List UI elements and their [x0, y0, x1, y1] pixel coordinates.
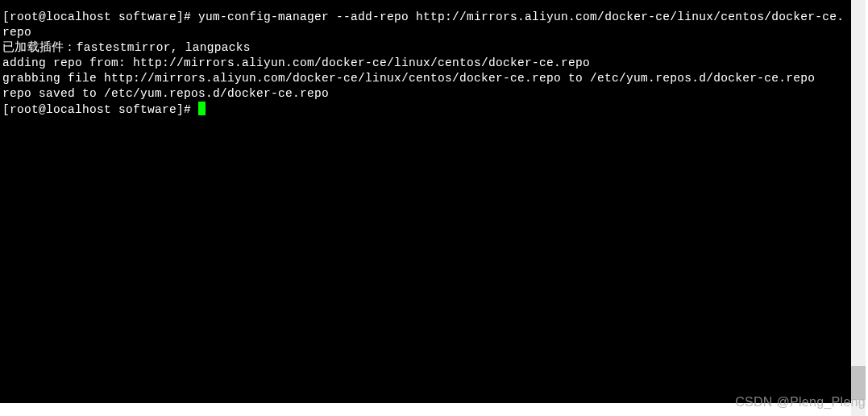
- terminal-line: [root@localhost software]#: [2, 102, 849, 118]
- scrollbar-thumb[interactable]: [851, 366, 866, 400]
- terminal-output-line: 已加载插件：fastestmirror, langpacks: [2, 40, 849, 56]
- terminal-output-line: adding repo from: http://mirrors.aliyun.…: [2, 56, 849, 71]
- terminal-output-line: repo saved to /etc/yum.repos.d/docker-ce…: [2, 86, 849, 102]
- scrollbar-track[interactable]: [851, 0, 866, 416]
- terminal-window[interactable]: [root@localhost software]# yum-config-ma…: [0, 0, 851, 403]
- terminal-line: [root@localhost software]# yum-config-ma…: [2, 10, 849, 40]
- shell-prompt: [root@localhost software]#: [2, 103, 198, 116]
- terminal-output-line: grabbing file http://mirrors.aliyun.com/…: [2, 71, 849, 86]
- cursor-icon: [198, 102, 206, 115]
- shell-prompt: [root@localhost software]#: [2, 10, 198, 23]
